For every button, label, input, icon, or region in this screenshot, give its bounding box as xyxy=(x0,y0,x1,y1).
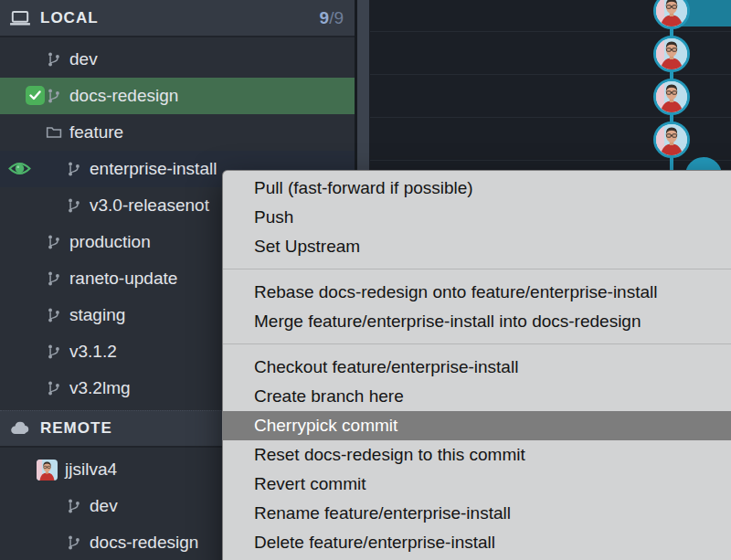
menu-item-rename-feature-enterprise-install[interactable]: Rename feature/enterprise-install xyxy=(223,499,731,528)
branch-label: dev xyxy=(90,496,118,516)
branch-label: jjsilva4 xyxy=(65,460,117,480)
branch-label: docs-redesign xyxy=(69,86,178,106)
menu-item-rebase-docs-redesign-onto-feature-enterpri[interactable]: Rebase docs-redesign onto feature/enterp… xyxy=(223,278,731,307)
menu-item-delete-feature-enterprise-install[interactable]: Delete feature/enterprise-install xyxy=(223,528,731,557)
local-section-header[interactable]: LOCAL 9/9 xyxy=(0,0,356,37)
sidebar-item-feature[interactable]: feature xyxy=(0,114,356,151)
commit-row-divider xyxy=(370,74,731,75)
branch-label: dev xyxy=(69,49,98,69)
laptop-icon xyxy=(9,10,33,26)
branch-icon xyxy=(46,307,62,323)
branch-icon xyxy=(66,534,82,551)
branch-icon xyxy=(66,498,82,514)
branch-icon xyxy=(46,343,62,360)
menu-item-merge-feature-enterprise-install-into-docs[interactable]: Merge feature/enterprise-install into do… xyxy=(223,307,731,336)
cloud-icon xyxy=(9,420,33,437)
menu-separator xyxy=(223,261,731,278)
branch-icon xyxy=(46,234,62,250)
branch-label: staging xyxy=(69,305,125,325)
sidebar-item-docs-redesign[interactable]: docs-redesign xyxy=(0,78,356,114)
branch-label: feature xyxy=(69,122,123,143)
commit-row-divider xyxy=(370,117,731,118)
remote-section-label: REMOTE xyxy=(40,419,112,438)
commit-author-avatar[interactable] xyxy=(653,79,690,115)
branch-count-badge: 9/9 xyxy=(320,8,344,28)
branch-label: production xyxy=(69,232,151,252)
menu-item-revert-commit[interactable]: Revert commit xyxy=(223,470,731,499)
menu-item-reset-docs-redesign-to-this-commit[interactable]: Reset docs-redesign to this commit xyxy=(223,440,731,470)
branch-label: docs-redesign xyxy=(90,533,198,553)
branch-label: v3.1.2 xyxy=(69,342,117,362)
commit-row-divider xyxy=(370,31,731,32)
branch-context-menu: Pull (fast-forward if possible)PushSet U… xyxy=(222,170,731,560)
commit-author-avatar[interactable] xyxy=(653,36,690,72)
branch-icon xyxy=(66,161,82,177)
commit-row-divider xyxy=(370,160,731,161)
menu-item-pull-fast-forward-if-possible-[interactable]: Pull (fast-forward if possible) xyxy=(223,174,731,203)
branch-icon xyxy=(46,380,62,396)
branch-label: v3.2lmg xyxy=(69,378,131,398)
checked-branch-checkbox[interactable] xyxy=(26,86,45,105)
commit-author-avatar[interactable] xyxy=(653,122,690,158)
branch-icon xyxy=(46,88,62,104)
branch-label: enterprise-install xyxy=(90,159,217,179)
remote-user-avatar xyxy=(37,460,58,481)
branch-icon xyxy=(66,197,82,214)
branch-icon xyxy=(46,51,62,68)
visibility-eye-icon[interactable] xyxy=(8,161,31,176)
sidebar-item-dev[interactable]: dev xyxy=(0,41,356,78)
menu-item-checkout-feature-enterprise-install[interactable]: Checkout feature/enterprise-install xyxy=(223,353,731,382)
local-section-label: LOCAL xyxy=(40,9,99,27)
menu-separator xyxy=(223,336,731,353)
branch-icon xyxy=(46,270,62,287)
branch-label: v3.0-releasenot xyxy=(90,195,209,216)
menu-item-cherrypick-commit[interactable]: Cherrypick commit xyxy=(223,411,731,440)
folder-icon xyxy=(46,124,62,141)
branch-label: raneto-update xyxy=(69,269,177,289)
menu-item-push[interactable]: Push xyxy=(223,203,731,232)
gitkraken-window: LOCAL 9/9 devdocs-redesignfeatureenterpr… xyxy=(0,0,731,560)
menu-item-create-branch-here[interactable]: Create branch here xyxy=(223,382,731,411)
menu-item-set-upstream[interactable]: Set Upstream xyxy=(223,232,731,261)
